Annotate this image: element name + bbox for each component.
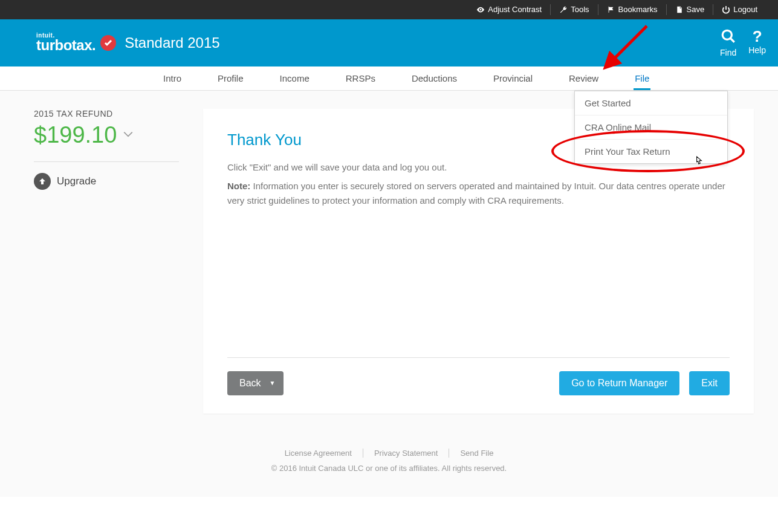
- tab-deductions[interactable]: Deductions: [394, 66, 475, 90]
- note-label: Note:: [227, 181, 250, 191]
- footer-license[interactable]: License Agreement: [274, 449, 363, 458]
- footer-privacy[interactable]: Privacy Statement: [363, 449, 450, 458]
- return-manager-button[interactable]: Go to Return Manager: [559, 371, 679, 395]
- tools-button[interactable]: Tools: [551, 4, 598, 15]
- footer: License Agreement Privacy Statement Send…: [0, 432, 778, 497]
- dropdown-cra-online-mail[interactable]: CRA Online Mail: [575, 115, 727, 140]
- tools-label: Tools: [571, 4, 589, 15]
- exit-button[interactable]: Exit: [689, 371, 730, 395]
- save-label: Save: [687, 4, 705, 15]
- tab-income[interactable]: Income: [262, 66, 328, 90]
- action-bar: Back ▼ Go to Return Manager Exit: [227, 371, 730, 395]
- tab-review[interactable]: Review: [551, 66, 617, 90]
- upgrade-link[interactable]: Upgrade: [34, 173, 179, 190]
- topbar: Adjust Contrast Tools Bookmarks Save Log…: [0, 0, 778, 19]
- file-dropdown: Get Started CRA Online Mail Print Your T…: [574, 91, 728, 164]
- eye-icon: [476, 5, 485, 14]
- security-note: Note: Information you enter is securely …: [227, 179, 730, 207]
- chevron-down-icon: [123, 128, 134, 143]
- product-name: Standard 2015: [125, 34, 219, 51]
- brand-name: turbotax.: [36, 37, 96, 54]
- footer-copyright: © 2016 Intuit Canada ULC or one of its a…: [0, 464, 778, 473]
- tab-profile[interactable]: Profile: [199, 66, 262, 90]
- wrench-icon: [559, 5, 568, 14]
- nav-tabs: Intro Profile Income RRSPs Deductions Pr…: [0, 66, 778, 91]
- tab-file[interactable]: File: [617, 66, 667, 90]
- upgrade-label: Upgrade: [57, 175, 96, 187]
- help-label: Help: [748, 45, 766, 55]
- bookmarks-button[interactable]: Bookmarks: [598, 4, 667, 15]
- note-text: Information you enter is securely stored…: [227, 181, 725, 205]
- refund-value: $199.10: [34, 122, 117, 148]
- sidebar-divider: [34, 161, 179, 162]
- brand-logo: intuit. turbotax.: [36, 32, 116, 54]
- search-icon: [720, 28, 736, 47]
- refund-label: 2015 TAX REFUND: [34, 109, 179, 118]
- help-button[interactable]: ? Help: [748, 28, 766, 57]
- logout-label: Logout: [733, 4, 757, 15]
- footer-links: License Agreement Privacy Statement Send…: [0, 449, 778, 458]
- upgrade-icon: [34, 173, 51, 190]
- tab-provincial[interactable]: Provincial: [475, 66, 551, 90]
- caret-down-icon: ▼: [270, 380, 276, 386]
- adjust-contrast-label: Adjust Contrast: [488, 4, 542, 15]
- adjust-contrast-button[interactable]: Adjust Contrast: [468, 4, 551, 15]
- back-button[interactable]: Back ▼: [227, 371, 284, 395]
- file-icon: [675, 5, 684, 14]
- flag-icon: [607, 5, 615, 14]
- svg-point-0: [722, 30, 731, 39]
- dropdown-print-tax-return[interactable]: Print Your Tax Return: [575, 140, 727, 163]
- checkmark-icon: [100, 35, 116, 51]
- sidebar: 2015 TAX REFUND $199.10 Upgrade: [34, 109, 179, 414]
- tab-rrsps[interactable]: RRSPs: [328, 66, 394, 90]
- main-divider: [227, 357, 730, 358]
- find-button[interactable]: Find: [720, 28, 736, 57]
- power-icon: [722, 5, 730, 14]
- footer-send-file[interactable]: Send File: [449, 449, 504, 458]
- save-button[interactable]: Save: [667, 4, 714, 15]
- header: intuit. turbotax. Standard 2015 Find ? H…: [0, 19, 778, 66]
- question-icon: ?: [748, 28, 766, 44]
- refund-amount[interactable]: $199.10: [34, 122, 179, 148]
- tab-intro[interactable]: Intro: [145, 66, 199, 90]
- back-label: Back: [239, 378, 261, 389]
- bookmarks-label: Bookmarks: [618, 4, 658, 15]
- find-label: Find: [720, 48, 736, 57]
- logout-button[interactable]: Logout: [713, 4, 766, 15]
- dropdown-get-started[interactable]: Get Started: [575, 91, 727, 115]
